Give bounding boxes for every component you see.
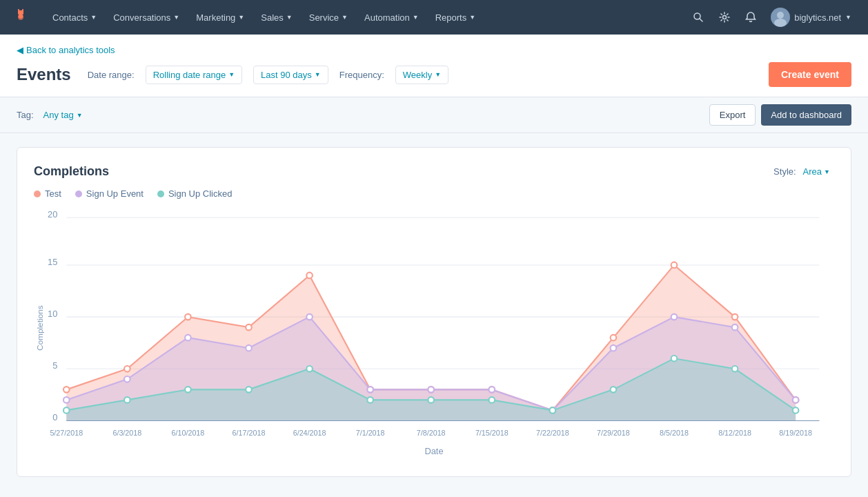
svg-point-29 bbox=[611, 335, 617, 341]
svg-point-48 bbox=[63, 407, 70, 413]
svg-point-44 bbox=[671, 314, 678, 320]
svg-point-60 bbox=[793, 407, 799, 413]
top-nav: Contacts▼ Conversations▼ Marketing▼ Sale… bbox=[0, 0, 868, 35]
svg-point-35 bbox=[124, 376, 130, 382]
svg-text:5: 5 bbox=[52, 360, 57, 371]
svg-point-0 bbox=[18, 14, 23, 20]
frequency-label: Frequency: bbox=[339, 70, 384, 80]
svg-rect-2 bbox=[22, 9, 23, 14]
search-icon bbox=[693, 12, 704, 23]
svg-point-21 bbox=[124, 366, 130, 372]
svg-point-46 bbox=[793, 397, 799, 403]
svg-point-54 bbox=[428, 397, 434, 403]
svg-point-39 bbox=[367, 387, 373, 393]
svg-point-22 bbox=[185, 314, 191, 320]
search-button[interactable] bbox=[687, 6, 710, 29]
chart-container: Completions Style: Area ▼ Test Sign Up E… bbox=[17, 147, 851, 477]
svg-text:7/1/2018: 7/1/2018 bbox=[356, 429, 385, 437]
back-link[interactable]: ◀ Back to analytics tools bbox=[17, 45, 115, 55]
account-chevron-icon: ▼ bbox=[845, 14, 851, 21]
frequency-select[interactable]: Weekly ▼ bbox=[395, 66, 448, 84]
account-menu[interactable]: biglytics.net ▼ bbox=[765, 5, 857, 30]
page-title-row: Events Date range: Rolling date range ▼ … bbox=[17, 62, 851, 87]
date-range-select[interactable]: Rolling date range ▼ bbox=[146, 66, 242, 84]
create-event-button[interactable]: Create event bbox=[769, 62, 851, 87]
legend-item-test: Test bbox=[34, 188, 61, 199]
nav-item-contacts[interactable]: Contacts▼ bbox=[44, 0, 105, 35]
svg-point-41 bbox=[489, 387, 495, 393]
svg-text:8/19/2018: 8/19/2018 bbox=[779, 429, 812, 437]
svg-point-34 bbox=[63, 397, 70, 403]
svg-point-56 bbox=[550, 407, 556, 413]
svg-point-45 bbox=[732, 324, 738, 331]
svg-point-55 bbox=[489, 397, 495, 403]
svg-text:8/5/2018: 8/5/2018 bbox=[660, 429, 689, 437]
svg-point-49 bbox=[124, 397, 130, 403]
svg-point-24 bbox=[306, 273, 313, 279]
svg-point-23 bbox=[246, 324, 252, 331]
svg-point-59 bbox=[732, 366, 738, 372]
svg-text:Completions: Completions bbox=[35, 305, 45, 351]
nav-right: biglytics.net ▼ bbox=[687, 5, 857, 30]
nav-item-conversations[interactable]: Conversations▼ bbox=[105, 0, 188, 35]
svg-text:7/15/2018: 7/15/2018 bbox=[475, 429, 509, 437]
svg-point-40 bbox=[428, 387, 434, 393]
legend-item-signup-event: Sign Up Event bbox=[75, 188, 144, 199]
svg-point-50 bbox=[185, 387, 191, 393]
svg-point-20 bbox=[63, 387, 70, 393]
nav-items: Contacts▼ Conversations▼ Marketing▼ Sale… bbox=[44, 0, 687, 35]
svg-text:0: 0 bbox=[52, 412, 57, 422]
svg-text:7/8/2018: 7/8/2018 bbox=[417, 429, 446, 437]
svg-line-4 bbox=[700, 19, 702, 21]
svg-point-37 bbox=[246, 345, 252, 351]
logo[interactable] bbox=[11, 6, 30, 29]
last-days-select[interactable]: Last 90 days ▼ bbox=[253, 66, 328, 84]
svg-point-5 bbox=[723, 16, 727, 19]
svg-text:5/27/2018: 5/27/2018 bbox=[50, 429, 83, 437]
svg-text:8/12/2018: 8/12/2018 bbox=[718, 429, 751, 437]
settings-button[interactable] bbox=[713, 6, 736, 29]
svg-point-38 bbox=[306, 314, 313, 320]
last-days-chevron-icon: ▼ bbox=[315, 71, 321, 78]
svg-rect-1 bbox=[18, 9, 19, 14]
svg-text:6/3/2018: 6/3/2018 bbox=[112, 429, 141, 437]
tag-select[interactable]: Any tag ▼ bbox=[39, 107, 87, 123]
svg-point-52 bbox=[306, 366, 313, 372]
add-to-dashboard-button[interactable]: Add to dashboard bbox=[761, 104, 851, 126]
notifications-button[interactable] bbox=[739, 6, 762, 29]
toolbar: Tag: Any tag ▼ Export Add to dashboard bbox=[0, 97, 868, 133]
chart-title: Completions bbox=[34, 164, 109, 179]
svg-point-53 bbox=[367, 397, 373, 403]
svg-text:7/22/2018: 7/22/2018 bbox=[536, 429, 569, 437]
tag-filter: Tag: Any tag ▼ bbox=[17, 107, 87, 123]
page-title-filters: Events Date range: Rolling date range ▼ … bbox=[17, 65, 448, 84]
nav-item-service[interactable]: Service▼ bbox=[301, 0, 356, 35]
svg-text:Date: Date bbox=[424, 446, 443, 456]
date-range-chevron-icon: ▼ bbox=[228, 71, 235, 78]
legend-item-signup-clicked: Sign Up Clicked bbox=[157, 188, 233, 199]
tag-chevron-icon: ▼ bbox=[77, 112, 83, 119]
svg-point-58 bbox=[671, 355, 678, 362]
back-arrow-icon: ◀ bbox=[17, 45, 23, 55]
legend-dot-signup-event bbox=[75, 191, 82, 197]
account-name: biglytics.net bbox=[794, 12, 841, 23]
nav-item-sales[interactable]: Sales▼ bbox=[253, 0, 300, 35]
svg-text:10: 10 bbox=[48, 309, 57, 319]
svg-point-51 bbox=[246, 387, 252, 393]
svg-text:6/10/2018: 6/10/2018 bbox=[172, 429, 205, 437]
export-button[interactable]: Export bbox=[709, 104, 756, 126]
legend-dot-signup-clicked bbox=[157, 191, 164, 197]
nav-item-automation[interactable]: Automation▼ bbox=[356, 0, 427, 35]
svg-point-7 bbox=[774, 19, 787, 27]
chart-legend: Test Sign Up Event Sign Up Clicked bbox=[34, 188, 834, 199]
chart-header: Completions Style: Area ▼ bbox=[34, 164, 834, 179]
nav-item-marketing[interactable]: Marketing▼ bbox=[188, 0, 253, 35]
svg-point-57 bbox=[611, 387, 617, 393]
toolbar-actions: Export Add to dashboard bbox=[709, 104, 851, 126]
svg-point-43 bbox=[611, 345, 617, 351]
chart-style-select[interactable]: Area ▼ bbox=[799, 165, 834, 178]
svg-text:6/24/2018: 6/24/2018 bbox=[293, 429, 326, 437]
style-chevron-icon: ▼ bbox=[824, 168, 830, 175]
nav-item-reports[interactable]: Reports▼ bbox=[427, 0, 484, 35]
svg-text:7/29/2018: 7/29/2018 bbox=[597, 429, 630, 437]
